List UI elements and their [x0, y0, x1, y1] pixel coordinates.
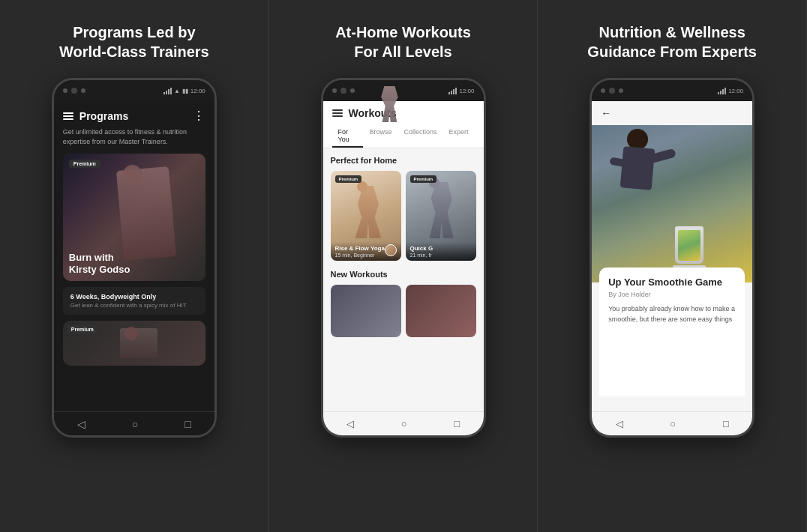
- back-button2[interactable]: ◁: [346, 418, 354, 429]
- panel-programs: Programs Led by World-Class Trainers ▲ ▮…: [0, 0, 269, 532]
- camera-dot1: [63, 88, 68, 93]
- camera-dot2: [71, 88, 77, 94]
- article-body: You probably already know how to make a …: [608, 304, 736, 324]
- person-silhouette: [616, 129, 668, 234]
- recent-button3[interactable]: □: [723, 418, 729, 429]
- menu-icon[interactable]: [63, 112, 74, 120]
- screen-title: Programs: [80, 110, 128, 122]
- program-info-title: 6 Weeks, Bodyweight Only: [70, 293, 198, 300]
- workout-badge-yoga: Premium: [335, 175, 362, 183]
- premium-badge-2: Premium: [68, 325, 98, 333]
- battery-icon: ▮▮: [182, 88, 188, 94]
- figure-head: [123, 165, 142, 184]
- program-info-sub: Get lean & confident with a spicy mix of…: [70, 302, 198, 309]
- phone3-header: ←: [592, 101, 752, 125]
- home-button2[interactable]: ○: [401, 418, 407, 429]
- camera-area3: [601, 88, 623, 94]
- section2-title: New Workouts: [331, 270, 476, 279]
- signal-icon3: [718, 88, 726, 94]
- article-card: Up Your Smoothie Game By Joe Holder You …: [599, 267, 745, 396]
- workout-cards-row: Premium Rise & Flow Yoga 15 min, Beginne…: [331, 171, 476, 261]
- quick-name: Quick G: [410, 245, 472, 253]
- article-title: Up Your Smoothie Game: [608, 276, 736, 288]
- workout-card-quick[interactable]: Premium Quick G 21 min, fr: [406, 171, 476, 261]
- premium-badge-1: Premium: [69, 160, 100, 168]
- phone2-status-bar: 12:00: [323, 80, 484, 101]
- panel3-title: Nutrition & Wellness Guidance From Exper…: [587, 22, 757, 61]
- camera-area: [63, 88, 86, 94]
- phone3-screen: ←: [592, 101, 752, 411]
- program-card-2[interactable]: Premium: [63, 321, 206, 366]
- status-right2: 12:00: [448, 88, 474, 94]
- tab-for-you[interactable]: For You: [332, 125, 364, 148]
- wifi-icon: ▲: [174, 88, 180, 94]
- program-card-1[interactable]: Premium Burn with Kirsty Godso: [63, 154, 206, 281]
- phone1-header: Programs ⋮: [54, 101, 214, 127]
- card-title-1: Burn with Kirsty Godso: [69, 252, 130, 275]
- time-display3: 12:00: [728, 88, 743, 94]
- recent-button2[interactable]: □: [454, 418, 460, 429]
- panel1-title: Programs Led by World-Class Trainers: [59, 22, 209, 61]
- section1-title: Perfect for Home: [331, 156, 476, 165]
- new-workout-1[interactable]: [331, 285, 401, 337]
- new-workout-img-1: [331, 285, 401, 337]
- more-options-icon[interactable]: ⋮: [193, 109, 206, 123]
- recent-button[interactable]: □: [184, 418, 190, 430]
- phone3-nav-bar: ◁ ○ □: [592, 411, 752, 435]
- menu-icon2[interactable]: [332, 109, 343, 117]
- time-display: 12:00: [190, 88, 206, 94]
- home-button[interactable]: ○: [132, 418, 138, 430]
- tab-browse[interactable]: Browse: [363, 125, 398, 148]
- new-workout-img-2: [406, 285, 476, 337]
- phone2-header: Workouts For You Browse Collections Expe…: [323, 101, 484, 148]
- phone2-header-top: Workouts: [332, 107, 475, 119]
- header-left: Programs: [63, 110, 128, 122]
- tab-collections[interactable]: Collections: [398, 125, 442, 148]
- tab-bar: For You Browse Collections Expert: [332, 125, 475, 148]
- quick-meta: 21 min, fr: [410, 253, 472, 258]
- camera-dot3: [81, 88, 86, 93]
- phone1-nav-bar: ◁ ○ □: [54, 411, 214, 435]
- phone2: 12:00 Workouts For You Browse Collection: [321, 78, 486, 438]
- panel-workouts: At-Home Workouts For All Levels 12:00: [269, 0, 538, 532]
- new-workout-2[interactable]: [406, 285, 476, 337]
- phone2-nav-bar: ◁ ○ □: [323, 411, 484, 435]
- quick-card-info: Quick G 21 min, fr: [406, 242, 476, 261]
- article-author: By Joe Holder: [608, 291, 736, 298]
- back-button3[interactable]: ◁: [616, 418, 623, 429]
- phone1-screen: Programs ⋮ Get unlimited access to fitne…: [54, 101, 214, 411]
- phone3: 12:00 ←: [590, 78, 754, 438]
- screen-subtitle: Get unlimited access to fitness & nutrit…: [54, 127, 214, 154]
- phone3-status-bar: 12:00: [592, 80, 752, 101]
- workout-card-yoga[interactable]: Premium Rise & Flow Yoga 15 min, Beginne…: [331, 171, 401, 261]
- signal-icon: [164, 88, 172, 94]
- panel2-title: At-Home Workouts For All Levels: [335, 22, 471, 61]
- back-arrow-icon[interactable]: ←: [601, 107, 611, 119]
- phone2-content: Perfect for Home Premium Rise & Flow Yog…: [323, 148, 484, 411]
- camera-area2: [332, 88, 355, 94]
- status-right3: 12:00: [718, 88, 743, 94]
- time-display2: 12:00: [459, 88, 474, 94]
- trainer-avatar-yoga: [385, 244, 397, 256]
- phone1-status-bar: ▲ ▮▮ 12:00: [54, 80, 214, 101]
- phone2-screen: Workouts For You Browse Collections Expe…: [323, 101, 484, 411]
- status-bar-right: ▲ ▮▮ 12:00: [164, 88, 206, 94]
- home-button3[interactable]: ○: [670, 418, 676, 429]
- phone1: ▲ ▮▮ 12:00 Programs ⋮ Get unlimited acce…: [52, 78, 217, 438]
- hero-image: [592, 125, 752, 282]
- program-info: 6 Weeks, Bodyweight Only Get lean & conf…: [63, 287, 206, 315]
- tab-expert[interactable]: Expert: [442, 125, 474, 148]
- back-button[interactable]: ◁: [77, 418, 86, 430]
- panel-nutrition: Nutrition & Wellness Guidance From Exper…: [538, 0, 807, 532]
- new-workouts-row: [331, 285, 476, 337]
- workout-badge-quick: Premium: [410, 175, 437, 183]
- signal-icon2: [448, 88, 457, 94]
